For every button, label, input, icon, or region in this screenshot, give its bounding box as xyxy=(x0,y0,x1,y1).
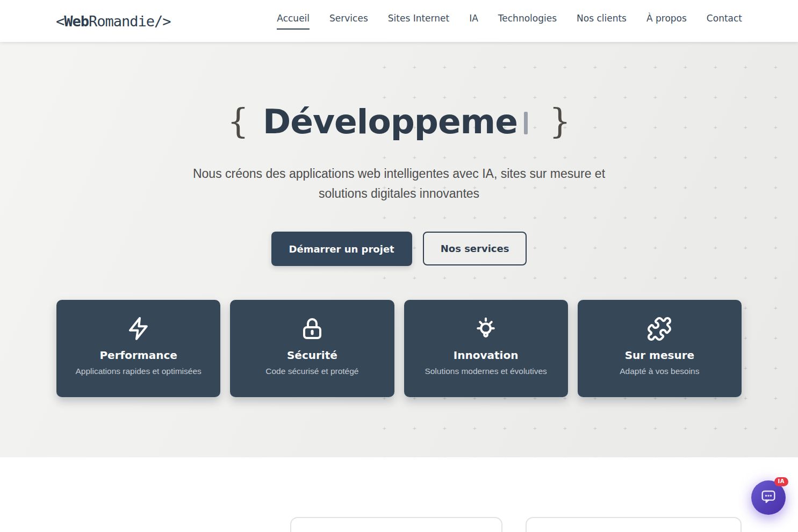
nav-item-sites-internet[interactable]: Sites Internet xyxy=(388,13,449,30)
feature-subtitle: Solutions modernes et évolutives xyxy=(404,366,568,376)
nav-item-a-propos[interactable]: À propos xyxy=(646,13,687,30)
logo-open-bracket: < xyxy=(56,13,64,30)
brand-logo[interactable]: <WebRomandie/> xyxy=(56,13,171,30)
feature-card-innovation: Innovation Solutions modernes et évoluti… xyxy=(404,300,568,397)
nav-item-accueil[interactable]: Accueil xyxy=(277,13,310,30)
lock-icon xyxy=(230,316,394,344)
lower-section xyxy=(0,457,798,532)
close-brace: } xyxy=(549,102,571,141)
chat-bubble-icon xyxy=(760,488,777,507)
logo-rest-part: Romandie/> xyxy=(89,13,171,30)
puzzle-icon xyxy=(578,316,742,344)
nav-item-nos-clients[interactable]: Nos clients xyxy=(577,13,627,30)
feature-subtitle: Applications rapides et optimisées xyxy=(56,366,220,376)
feature-card-sur-mesure: Sur mesure Adapté à vos besoins xyxy=(578,300,742,397)
logo-bold-part: Web xyxy=(64,13,89,30)
lightbulb-icon xyxy=(404,316,568,344)
open-brace: { xyxy=(227,102,249,141)
hero-content: {Développeme} Nous créons des applicatio… xyxy=(0,42,798,266)
feature-card-performance: Performance Applications rapides et opti… xyxy=(56,300,220,397)
hero-section: ++++++++++++++++++++++++++++++++++++++++… xyxy=(0,42,798,457)
hero-buttons: Démarrer un projet Nos services xyxy=(0,232,798,266)
top-navbar: <WebRomandie/> Accueil Services Sites In… xyxy=(0,0,798,42)
nav-item-contact[interactable]: Contact xyxy=(707,13,742,30)
ia-badge: IA xyxy=(774,477,788,486)
hero-title: {Développeme} xyxy=(0,102,798,141)
feature-title: Performance xyxy=(56,349,220,362)
our-services-button[interactable]: Nos services xyxy=(423,232,527,265)
feature-title: Innovation xyxy=(404,349,568,362)
feature-title: Sur mesure xyxy=(578,349,742,362)
feature-title: Sécurité xyxy=(230,349,394,362)
partial-card-left xyxy=(290,517,502,532)
typing-cursor xyxy=(524,112,528,134)
partial-card-right xyxy=(526,517,742,532)
nav-item-technologies[interactable]: Technologies xyxy=(498,13,557,30)
nav-item-ia[interactable]: IA xyxy=(469,13,478,30)
feature-subtitle: Code sécurisé et protégé xyxy=(230,366,394,376)
ai-chat-button[interactable]: IA xyxy=(751,480,786,515)
hero-subtitle: Nous créons des applications web intelli… xyxy=(190,164,609,204)
feature-subtitle: Adapté à vos besoins xyxy=(578,366,742,376)
nav-item-services[interactable]: Services xyxy=(329,13,368,30)
feature-card-securite: Sécurité Code sécurisé et protégé xyxy=(230,300,394,397)
lightning-icon xyxy=(56,316,220,344)
main-nav: Accueil Services Sites Internet IA Techn… xyxy=(277,13,742,30)
feature-cards-row: Performance Applications rapides et opti… xyxy=(56,300,742,397)
start-project-button[interactable]: Démarrer un projet xyxy=(271,232,412,266)
typed-text: Développeme xyxy=(263,102,517,141)
